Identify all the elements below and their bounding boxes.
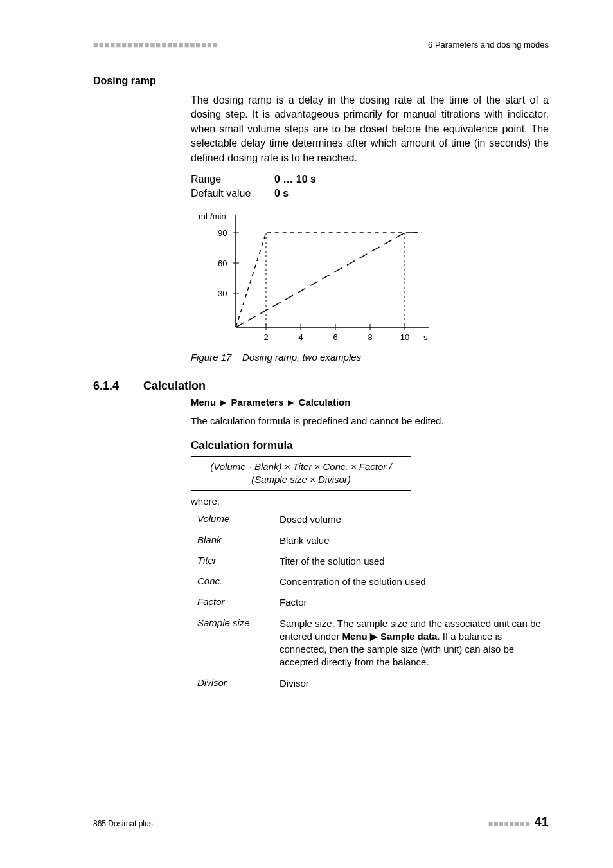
dosing-ramp-param-table: Range 0 … 10 s Default value 0 s [191,172,547,201]
footer-product: 865 Dosimat plus [93,819,153,828]
figure-number: Figure 17 [191,352,231,363]
dosing-ramp-section: Dosing ramp The dosing ramp is a delay i… [93,75,549,363]
y-axis-label: mL/min [199,212,226,221]
header-chapter: 6 Parameters and dosing modes [428,40,549,50]
dosing-ramp-chart: mL/min 30 60 90 2 4 6 8 10 s [191,205,448,349]
figure-caption: Figure 17 Dosing ramp, two examples [191,352,549,363]
page-footer: 865 Dosimat plus ■■■■■■■■ 41 [93,815,549,829]
breadcrumb: Menu ▶ Parameters ▶ Calculation [191,397,549,408]
ytick-90: 90 [218,228,227,238]
xtick-8: 8 [368,332,372,342]
xtick-4: 4 [298,332,303,342]
x-axis-label: s [423,332,428,342]
default-label: Default value [191,186,274,201]
xtick-2: 2 [263,332,268,342]
def-titer: Titer Titer of the solution used [197,555,549,568]
xtick-6: 6 [333,332,337,342]
default-value: 0 s [274,186,547,201]
header-left-marks: ■■■■■■■■■■■■■■■■■■■■■■ [93,40,218,50]
ytick-30: 30 [218,289,227,298]
breadcrumb-parameters: Parameters [231,397,284,408]
section-title: Calculation [143,379,206,393]
definition-list: Volume Dosed volume Blank Blank value Ti… [197,513,549,690]
calculation-section-header: 6.1.4 Calculation [93,379,549,393]
xtick-10: 10 [400,332,409,342]
calculation-formula: (Volume - Blank) × Titer × Conc. × Facto… [191,456,411,491]
section-number: 6.1.4 [93,379,143,393]
dosing-ramp-body: The dosing ramp is a delay in the dosing… [191,93,549,165]
def-blank: Blank Blank value [197,534,549,547]
dosing-ramp-heading: Dosing ramp [93,75,549,87]
calculation-intro: The calculation formula is predefined an… [191,414,549,428]
breadcrumb-arrow-icon: ▶ [288,398,294,407]
breadcrumb-menu: Menu [191,397,216,408]
range-label: Range [191,172,274,186]
figure-caption-text: Dosing ramp, two examples [242,352,361,363]
footer-page-number: 41 [535,815,549,829]
breadcrumb-arrow-icon: ▶ [220,398,226,407]
range-value: 0 … 10 s [274,172,547,186]
footer-marks: ■■■■■■■■ [488,819,531,828]
def-volume: Volume Dosed volume [197,513,549,526]
where-label: where: [191,496,549,507]
def-factor: Factor Factor [197,596,549,609]
calculation-formula-heading: Calculation formula [191,439,549,452]
page-header: ■■■■■■■■■■■■■■■■■■■■■■ 6 Parameters and … [93,40,549,50]
ytick-60: 60 [218,258,227,268]
def-conc: Conc. Concentration of the solution used [197,575,549,588]
def-divisor: Divisor Divisor [197,677,549,690]
breadcrumb-calculation: Calculation [299,397,351,408]
def-sample-size: Sample size Sample size. The sample size… [197,617,549,669]
